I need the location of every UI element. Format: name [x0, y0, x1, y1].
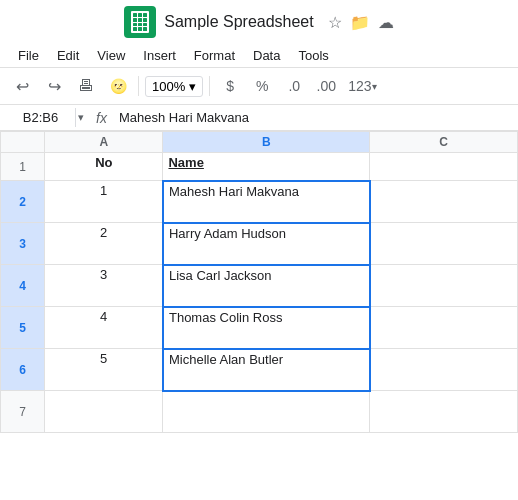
menu-edit[interactable]: Edit	[49, 44, 87, 67]
row-num-3[interactable]: 3	[1, 223, 45, 265]
cell-6-A[interactable]: 5	[45, 349, 163, 391]
corner-header	[1, 132, 45, 153]
title-bar: Sample Spreadsheet ☆ 📁 ☁	[0, 0, 518, 44]
col-header-B[interactable]: B	[163, 132, 370, 153]
document-title: Sample Spreadsheet	[164, 13, 313, 31]
cell-1-A[interactable]: No	[45, 153, 163, 181]
print-button[interactable]: 🖶	[72, 72, 100, 100]
cloud-icon[interactable]: ☁	[378, 13, 394, 32]
cell-6-B[interactable]: Michelle Alan Butler	[163, 349, 370, 391]
menu-data[interactable]: Data	[245, 44, 288, 67]
formula-input[interactable]	[119, 110, 512, 125]
cell-2-A[interactable]: 1	[45, 181, 163, 223]
fx-label: fx	[90, 110, 113, 126]
cell-3-B[interactable]: Harry Adam Hudson	[163, 223, 370, 265]
undo-button[interactable]: ↩	[8, 72, 36, 100]
col-header-C[interactable]: C	[370, 132, 518, 153]
cell-5-B[interactable]: Thomas Colin Ross	[163, 307, 370, 349]
row-num-7[interactable]: 7	[1, 391, 45, 433]
cell-3-C[interactable]	[370, 223, 518, 265]
menu-format[interactable]: Format	[186, 44, 243, 67]
toolbar-separator-1	[138, 76, 139, 96]
title-actions: ☆ 📁 ☁	[328, 13, 394, 32]
cell-1-C[interactable]	[370, 153, 518, 181]
cell-5-C[interactable]	[370, 307, 518, 349]
redo-button[interactable]: ↪	[40, 72, 68, 100]
cell-4-B[interactable]: Lisa Carl Jackson	[163, 265, 370, 307]
folder-icon[interactable]: 📁	[350, 13, 370, 32]
col-header-A[interactable]: A	[45, 132, 163, 153]
cell-6-C[interactable]	[370, 349, 518, 391]
cell-4-A[interactable]: 3	[45, 265, 163, 307]
row-num-1[interactable]: 1	[1, 153, 45, 181]
cell-1-B[interactable]: Name	[163, 153, 370, 181]
menu-bar: File Edit View Insert Format Data Tools	[0, 44, 518, 68]
zoom-value: 100%	[152, 79, 185, 94]
app-icon	[124, 6, 156, 38]
cell-7-C[interactable]	[370, 391, 518, 433]
spreadsheet-table: A B C 1NoName21Mahesh Hari Makvana32Harr…	[0, 131, 518, 433]
menu-view[interactable]: View	[89, 44, 133, 67]
menu-file[interactable]: File	[10, 44, 47, 67]
spreadsheet-grid: A B C 1NoName21Mahesh Hari Makvana32Harr…	[0, 131, 518, 433]
cell-5-A[interactable]: 4	[45, 307, 163, 349]
cell-ref-chevron[interactable]: ▾	[78, 111, 84, 124]
formula-bar: B2:B6 ▾ fx	[0, 105, 518, 131]
toolbar: ↩ ↪ 🖶 🌝 100% ▾ $ % .0 .00 123 ▾	[0, 68, 518, 105]
cell-3-A[interactable]: 2	[45, 223, 163, 265]
cell-7-B[interactable]	[163, 391, 370, 433]
number-format-button[interactable]: 123 ▾	[344, 72, 380, 100]
dollar-button[interactable]: $	[216, 72, 244, 100]
row-num-6[interactable]: 6	[1, 349, 45, 391]
percent-button[interactable]: %	[248, 72, 276, 100]
cell-ref-box[interactable]: B2:B6 ▾	[6, 108, 84, 127]
cell-2-B[interactable]: Mahesh Hari Makvana	[163, 181, 370, 223]
decimal0-button[interactable]: .0	[280, 72, 308, 100]
paint-format-button[interactable]: 🌝	[104, 72, 132, 100]
zoom-control[interactable]: 100% ▾	[145, 76, 203, 97]
row-num-2[interactable]: 2	[1, 181, 45, 223]
row-num-4[interactable]: 4	[1, 265, 45, 307]
decimal00-button[interactable]: .00	[312, 72, 340, 100]
toolbar-separator-2	[209, 76, 210, 96]
row-num-5[interactable]: 5	[1, 307, 45, 349]
cell-2-C[interactable]	[370, 181, 518, 223]
zoom-arrow: ▾	[189, 79, 196, 94]
cell-4-C[interactable]	[370, 265, 518, 307]
menu-insert[interactable]: Insert	[135, 44, 184, 67]
cell-7-A[interactable]	[45, 391, 163, 433]
menu-tools[interactable]: Tools	[290, 44, 336, 67]
star-icon[interactable]: ☆	[328, 13, 342, 32]
cell-reference[interactable]: B2:B6	[6, 108, 76, 127]
